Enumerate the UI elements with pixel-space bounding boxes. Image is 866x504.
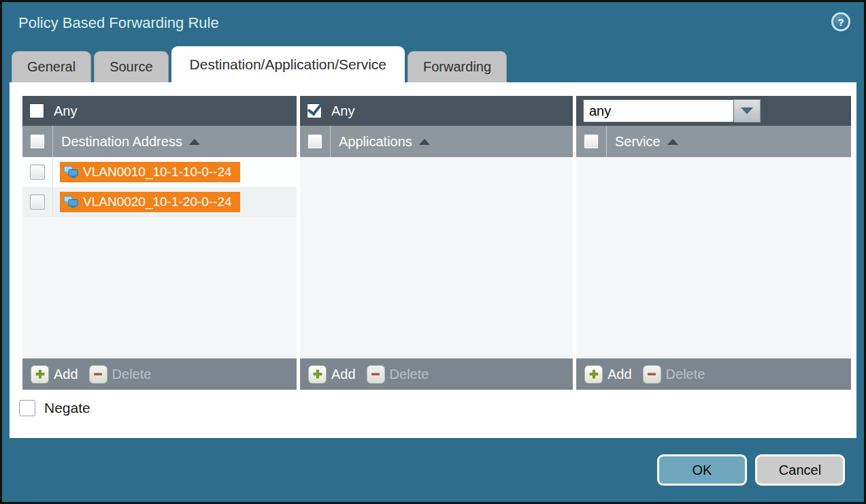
network-address-icon <box>63 195 78 209</box>
table-row[interactable]: VLAN0010_10-1-10-0--24 <box>22 157 297 187</box>
tab-forwarding[interactable]: Forwarding <box>407 51 507 82</box>
add-label: Add <box>54 367 78 382</box>
row-checkbox[interactable] <box>30 195 45 209</box>
applications-footer: Add Delete <box>300 358 573 390</box>
table-row[interactable]: VLAN0020_10-1-20-0--24 <box>22 187 297 217</box>
row-checkbox[interactable] <box>30 165 45 180</box>
service-select-all-checkbox[interactable] <box>584 134 599 149</box>
tab-general[interactable]: General <box>12 51 91 82</box>
negate-row: Negate <box>19 400 856 416</box>
delete-button[interactable]: Delete <box>367 365 440 384</box>
destination-any-checkbox[interactable] <box>29 103 44 118</box>
service-dropdown <box>583 99 761 122</box>
destination-header-label: Destination Address <box>61 134 182 150</box>
destination-select-all-checkbox[interactable] <box>30 134 45 149</box>
applications-list <box>300 157 573 358</box>
help-icon[interactable]: ? <box>831 12 850 31</box>
dialog-title: Policy Based Forwarding Rule <box>18 14 219 32</box>
delete-label: Delete <box>112 367 152 382</box>
network-address-icon <box>63 165 78 180</box>
panel-group: Any Destination Address <box>10 82 856 390</box>
service-dropdown-bar <box>576 96 851 126</box>
dialog-titlebar: Policy Based Forwarding Rule <box>2 2 864 44</box>
address-object-chip[interactable]: VLAN0010_10-1-10-0--24 <box>60 162 240 182</box>
tab-content: Any Destination Address <box>10 82 856 438</box>
delete-label: Delete <box>666 367 705 382</box>
add-button[interactable]: Add <box>308 365 367 384</box>
chevron-down-icon <box>741 107 753 114</box>
destination-footer: Add Delete <box>22 358 297 390</box>
address-object-label: VLAN0010_10-1-10-0--24 <box>83 165 232 180</box>
sort-ascending-icon <box>189 139 200 145</box>
add-button[interactable]: Add <box>584 365 643 384</box>
destination-column-header[interactable]: Destination Address <box>22 126 297 157</box>
delete-minus-icon <box>367 365 385 384</box>
applications-header-label: Applications <box>339 134 412 150</box>
delete-minus-icon <box>89 365 107 384</box>
address-object-chip[interactable]: VLAN0020_10-1-20-0--24 <box>60 192 240 212</box>
applications-column-header[interactable]: Applications <box>300 126 573 157</box>
dropdown-button[interactable] <box>734 99 761 122</box>
tab-strip: General Source Destination/Application/S… <box>2 44 864 82</box>
policy-based-forwarding-dialog: Policy Based Forwarding Rule ? General S… <box>0 0 866 504</box>
cancel-button[interactable]: Cancel <box>755 454 845 486</box>
service-list <box>576 157 851 358</box>
add-button[interactable]: Add <box>31 365 89 384</box>
service-column-header[interactable]: Service <box>576 126 851 157</box>
add-plus-icon <box>31 365 49 384</box>
applications-select-all-checkbox[interactable] <box>307 134 322 149</box>
dialog-actions: OK Cancel <box>657 454 845 486</box>
add-label: Add <box>331 367 356 382</box>
applications-any-checkbox[interactable] <box>307 103 322 118</box>
service-panel: Service Add Delete <box>576 96 851 390</box>
applications-any-label: Any <box>331 103 354 119</box>
ok-button[interactable]: OK <box>657 454 747 486</box>
address-object-label: VLAN0020_10-1-20-0--24 <box>83 195 232 209</box>
sort-ascending-icon <box>667 139 678 145</box>
delete-label: Delete <box>390 367 429 382</box>
destination-address-panel: Any Destination Address <box>22 96 297 390</box>
destination-any-label: Any <box>54 103 77 119</box>
negate-checkbox[interactable] <box>19 400 35 416</box>
add-plus-icon <box>584 365 603 384</box>
delete-button[interactable]: Delete <box>89 365 163 384</box>
delete-minus-icon <box>643 365 661 384</box>
service-dropdown-input[interactable] <box>583 99 734 122</box>
destination-list: VLAN0010_10-1-10-0--24 <box>22 157 297 358</box>
service-footer: Add Delete <box>576 358 851 390</box>
tab-destination-application-service[interactable]: Destination/Application/Service <box>171 46 405 82</box>
applications-panel: Any Applications Add <box>300 96 573 390</box>
delete-button[interactable]: Delete <box>643 365 716 384</box>
applications-any-bar: Any <box>300 96 573 126</box>
negate-label: Negate <box>44 400 90 416</box>
destination-any-bar: Any <box>22 96 297 126</box>
sort-ascending-icon <box>419 139 430 145</box>
service-header-label: Service <box>615 134 661 150</box>
add-plus-icon <box>308 365 327 384</box>
tab-source[interactable]: Source <box>94 51 168 82</box>
add-label: Add <box>607 367 632 382</box>
